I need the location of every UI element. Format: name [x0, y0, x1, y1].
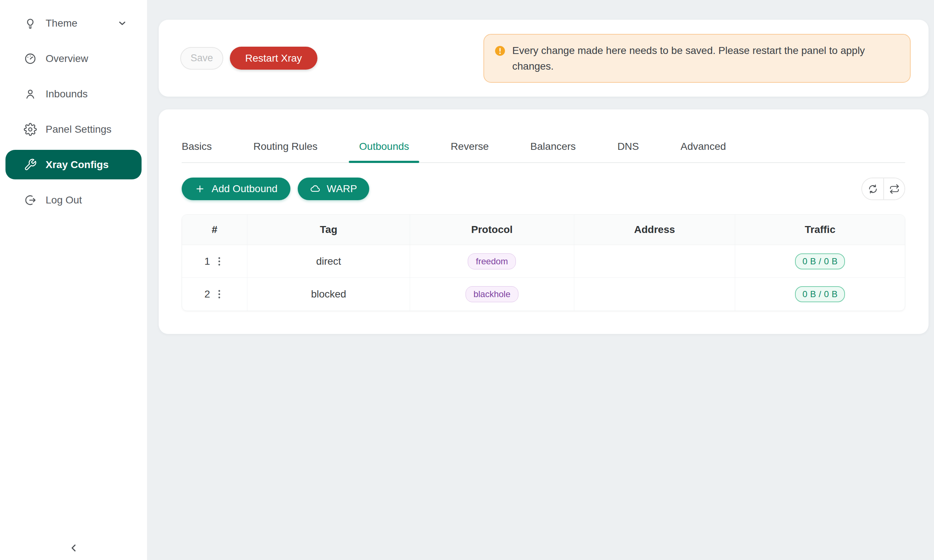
tab-basics[interactable]: Basics	[182, 141, 212, 162]
protocol-badge: freedom	[468, 253, 516, 269]
chevron-down-icon	[117, 18, 128, 29]
lightbulb-icon	[24, 17, 37, 30]
reset-traffic-button[interactable]	[883, 178, 905, 199]
tab-advanced[interactable]: Advanced	[680, 141, 726, 162]
sidebar-item-xray-configs[interactable]: Xray Configs	[5, 150, 142, 179]
row-index: 2	[204, 288, 210, 300]
protocol-badge: blackhole	[465, 286, 518, 302]
main-content: Save Restart Xray Every change made here…	[147, 0, 934, 560]
warp-label: WARP	[327, 183, 357, 195]
column-header-tag: Tag	[247, 215, 410, 245]
sidebar-item-theme[interactable]: Theme	[5, 8, 142, 38]
tag-cell: direct	[247, 245, 410, 278]
table-header-row: # Tag Protocol Address Traffic	[182, 215, 905, 245]
alert-text: Every change made here needs to be saved…	[512, 43, 881, 74]
add-outbound-label: Add Outbound	[212, 183, 277, 195]
add-outbound-button[interactable]: Add Outbound	[182, 178, 290, 200]
sidebar-item-label: Panel Settings	[46, 124, 112, 135]
sidebar-item-label: Xray Configs	[46, 159, 109, 171]
cloud-icon	[310, 183, 321, 194]
sidebar-item-label: Log Out	[46, 194, 82, 206]
traffic-badge: 0 B / 0 B	[795, 286, 845, 302]
sidebar-item-inbounds[interactable]: Inbounds	[5, 79, 142, 109]
plus-icon	[194, 183, 205, 194]
gear-icon	[24, 123, 37, 136]
sidebar-item-panel-settings[interactable]: Panel Settings	[5, 114, 142, 144]
sidebar-item-log-out[interactable]: Log Out	[5, 185, 142, 215]
table-row: 1 direct freedom 0 B / 0 B	[182, 245, 905, 278]
tab-routing-rules[interactable]: Routing Rules	[253, 141, 317, 162]
sidebar-item-label: Overview	[46, 53, 88, 65]
sidebar-nav: Theme Overview Inbounds Panel Settings	[0, 0, 147, 215]
tab-reverse[interactable]: Reverse	[451, 141, 489, 162]
warning-alert: Every change made here needs to be saved…	[483, 34, 911, 83]
traffic-badge: 0 B / 0 B	[795, 253, 845, 269]
tab-bar: Basics Routing Rules Outbounds Reverse B…	[182, 109, 905, 163]
vertical-dots-icon	[214, 255, 224, 268]
sidebar-item-label: Inbounds	[46, 88, 88, 100]
address-cell	[574, 278, 735, 311]
tab-outbounds[interactable]: Outbounds	[359, 141, 409, 162]
sidebar: Theme Overview Inbounds Panel Settings	[0, 0, 147, 560]
vertical-dots-icon	[214, 288, 224, 300]
tab-dns[interactable]: DNS	[617, 141, 639, 162]
refresh-icon	[868, 184, 878, 194]
sidebar-item-overview[interactable]: Overview	[5, 44, 142, 73]
row-menu-trigger[interactable]	[214, 254, 225, 268]
sidebar-item-label: Theme	[46, 17, 77, 29]
address-cell	[574, 245, 735, 278]
logout-icon	[24, 194, 37, 207]
warp-button[interactable]: WARP	[298, 178, 369, 200]
row-menu-trigger[interactable]	[214, 287, 225, 301]
restart-xray-button[interactable]: Restart Xray	[230, 47, 317, 70]
toolbar-card: Save Restart Xray Every change made here…	[159, 20, 929, 97]
wrench-icon	[24, 158, 37, 171]
column-header-index: #	[182, 215, 247, 245]
refresh-button[interactable]	[862, 178, 883, 199]
column-header-protocol: Protocol	[410, 215, 574, 245]
xray-configs-card: Basics Routing Rules Outbounds Reverse B…	[159, 109, 929, 334]
chevron-left-icon	[68, 542, 80, 554]
outbounds-table: # Tag Protocol Address Traffic 1	[182, 214, 905, 311]
sidebar-collapse-button[interactable]	[0, 542, 147, 554]
gauge-icon	[24, 52, 37, 65]
row-index: 1	[204, 255, 210, 267]
column-header-address: Address	[574, 215, 735, 245]
exclamation-circle-icon	[494, 45, 506, 57]
tab-balancers[interactable]: Balancers	[530, 141, 576, 162]
table-row: 2 blocked blackhole 0 B / 0 B	[182, 278, 905, 311]
repeat-icon	[889, 184, 900, 194]
user-icon	[24, 88, 37, 101]
table-action-group	[862, 178, 905, 200]
tag-cell: blocked	[247, 278, 410, 311]
outbounds-toolbar: Add Outbound WARP	[182, 178, 905, 200]
column-header-traffic: Traffic	[735, 215, 905, 245]
save-button[interactable]: Save	[180, 47, 223, 70]
